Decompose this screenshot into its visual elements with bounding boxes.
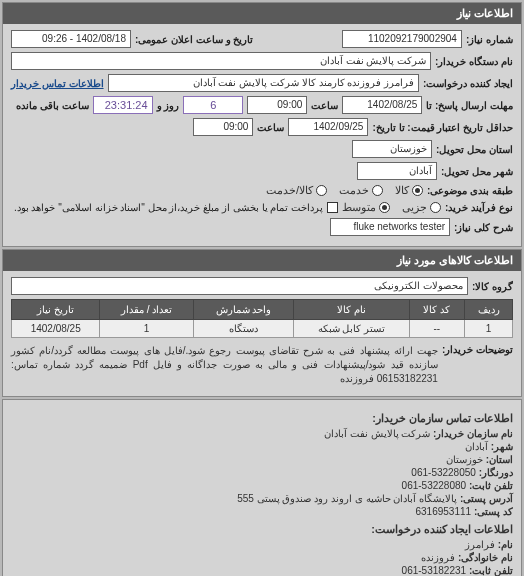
time-label-2: ساعت — [257, 122, 284, 133]
radio-goods-service[interactable]: کالا/خدمت — [266, 184, 327, 197]
radio-goods[interactable]: کالا — [395, 184, 423, 197]
panel3-body: اطلاعات تماس سازمان خریدار: نام سازمان خ… — [3, 400, 521, 576]
info-city: شهر: آبادان — [11, 441, 513, 452]
keyword-label: شرح کلی نیاز: — [454, 222, 513, 233]
radio-medium-label: متوسط — [342, 201, 376, 214]
desc-label: توضیحات خریدار: — [442, 344, 513, 355]
contact-section-title: اطلاعات تماس سازمان خریدار: — [11, 412, 513, 425]
goods-table: ردیف کد کالا نام کالا واحد شمارش تعداد /… — [11, 299, 513, 338]
radio-small-label: جزیی — [402, 201, 427, 214]
province-field: خوزستان — [352, 140, 432, 158]
info-fax: دورنگار: 53228050-061 — [11, 467, 513, 478]
cell-unit: دستگاه — [193, 320, 293, 338]
th-date: تاریخ نیاز — [12, 300, 100, 320]
info-postal: کد پستی: 6316953111 — [11, 506, 513, 517]
info-address: آدرس پستی: پالایشگاه آبادان حاشیه ی ارون… — [11, 493, 513, 504]
cell-date: 1402/08/25 — [12, 320, 100, 338]
group-label: گروه کالا: — [472, 281, 513, 292]
info-province: استان: خوزستان — [11, 454, 513, 465]
radio-service-label: خدمت — [339, 184, 369, 197]
th-row: ردیف — [465, 300, 513, 320]
category-label: طبقه بندی موضوعی: — [427, 185, 513, 196]
radio-goods-input[interactable] — [412, 185, 423, 196]
payment-note: پرداخت تمام یا بخشی از مبلغ خرید،از محل … — [14, 202, 323, 213]
validity-label: حداقل تاریخ اعتبار قیمت: تا تاریخ: — [372, 122, 513, 133]
validity-date-field: 1402/09/25 — [288, 118, 368, 136]
group-field: محصولات الکترونیکی — [11, 277, 468, 295]
goods-info-panel: اطلاعات کالاهای مورد نیاز گروه کالا: محص… — [2, 249, 522, 397]
city-field: آبادان — [357, 162, 437, 180]
cell-qty: 1 — [100, 320, 193, 338]
keyword-field: fluke networks tester — [330, 218, 450, 236]
radio-service[interactable]: خدمت — [339, 184, 383, 197]
process-radio-group: جزیی متوسط — [342, 201, 441, 214]
panel2-body: گروه کالا: محصولات الکترونیکی ردیف کد کا… — [3, 271, 521, 396]
need-info-panel: اطلاعات نیاز شماره نیاز: 110209217900290… — [2, 2, 522, 247]
request-no-field: 1102092179002904 — [342, 30, 462, 48]
time-remaining-field: 23:31:24 — [93, 96, 153, 114]
th-unit: واحد شمارش — [193, 300, 293, 320]
panel1-body: شماره نیاز: 1102092179002904 تاریخ و ساع… — [3, 24, 521, 246]
panel2-header: اطلاعات کالاهای مورد نیاز — [3, 250, 521, 271]
info-phone2: تلفن ثابت: 53182231-061 — [11, 565, 513, 576]
days-label: روز و — [157, 100, 180, 111]
request-no-label: شماره نیاز: — [466, 34, 513, 45]
remaining-label: ساعت باقی مانده — [16, 100, 89, 111]
radio-medium-input[interactable] — [379, 202, 390, 213]
public-datetime-field: 1402/08/18 - 09:26 — [11, 30, 131, 48]
table-row[interactable]: 1 -- تستر کابل شبکه دستگاه 1 1402/08/25 — [12, 320, 513, 338]
desc-text: جهت ارائه پیشنهاد فنی به شرح تقاضای پیوس… — [11, 344, 438, 386]
cell-code: -- — [409, 320, 464, 338]
process-label: نوع فرآیند خرید: — [445, 202, 513, 213]
days-remaining-field: 6 — [183, 96, 243, 114]
radio-service-input[interactable] — [372, 185, 383, 196]
panel1-header: اطلاعات نیاز — [3, 3, 521, 24]
cell-row: 1 — [465, 320, 513, 338]
info-lastname: نام خانوادگی: فروزنده — [11, 552, 513, 563]
th-code: کد کالا — [409, 300, 464, 320]
th-qty: تعداد / مقدار — [100, 300, 193, 320]
buyer-org-label: نام دستگاه خریدار: — [435, 56, 513, 67]
deadline-label: مهلت ارسال پاسخ: تا — [426, 100, 513, 111]
radio-small[interactable]: جزیی — [402, 201, 441, 214]
buyer-org-field: شرکت پالایش نفت آبادان — [11, 52, 431, 70]
radio-goods-service-input[interactable] — [316, 185, 327, 196]
requester-field: فرامرز فروزنده کارمند کالا شرکت پالایش ن… — [108, 74, 420, 92]
buyer-contact-link[interactable]: اطلاعات تماس خریدار — [11, 78, 104, 89]
requester-section-title: اطلاعات ایجاد کننده درخواست: — [11, 523, 513, 536]
deadline-time-field: 09:00 — [247, 96, 307, 114]
deadline-date-field: 1402/08/25 — [342, 96, 422, 114]
category-radio-group: کالا خدمت کالا/خدمت — [266, 184, 423, 197]
table-header-row: ردیف کد کالا نام کالا واحد شمارش تعداد /… — [12, 300, 513, 320]
radio-small-input[interactable] — [430, 202, 441, 213]
radio-goods-service-label: کالا/خدمت — [266, 184, 313, 197]
treasury-checkbox[interactable] — [327, 202, 338, 213]
time-label-1: ساعت — [311, 100, 338, 111]
city-label: شهر محل تحویل: — [441, 166, 513, 177]
info-name: نام: فرامرز — [11, 539, 513, 550]
info-phone: تلفن ثابت: 53228080-061 — [11, 480, 513, 491]
public-datetime-label: تاریخ و ساعت اعلان عمومی: — [135, 34, 253, 45]
validity-time-field: 09:00 — [193, 118, 253, 136]
province-label: استان محل تحویل: — [436, 144, 513, 155]
radio-medium[interactable]: متوسط — [342, 201, 390, 214]
contact-info-panel: اطلاعات تماس سازمان خریدار: نام سازمان خ… — [2, 399, 522, 576]
radio-goods-label: کالا — [395, 184, 409, 197]
requester-label: ایجاد کننده درخواست: — [423, 78, 513, 89]
cell-name: تستر کابل شبکه — [294, 320, 409, 338]
th-name: نام کالا — [294, 300, 409, 320]
info-org: نام سازمان خریدار: شرکت پالایش نفت آبادا… — [11, 428, 513, 439]
